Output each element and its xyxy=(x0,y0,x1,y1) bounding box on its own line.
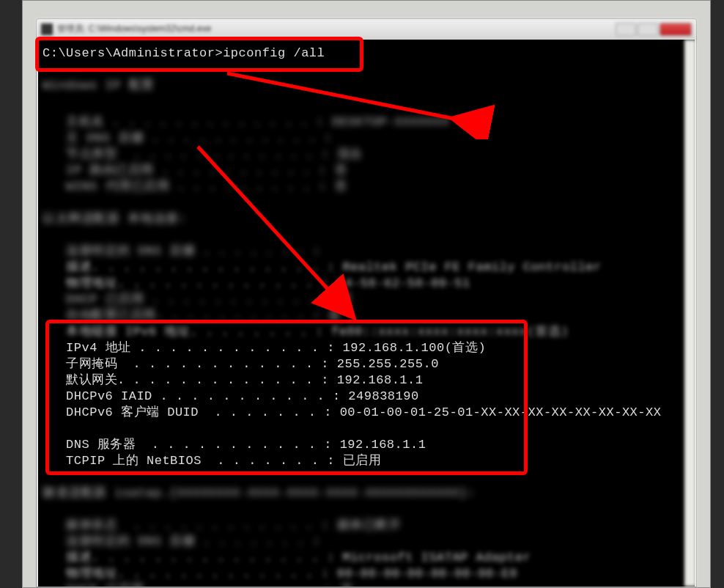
adapter-l3: 物理地址. . . . . . . . . . . . . : 14-58-62… xyxy=(43,276,690,292)
adapter-l6: 本地链接 IPv6 地址. . . . . . . . : fe80::xxxx… xyxy=(43,324,690,340)
blank-line xyxy=(43,469,690,485)
tunnel-l2: 连接特定的 DNS 后缀 . . . . . . . : xyxy=(43,534,690,550)
cmd-window: 管理员: C:\Windows\system32\cmd.exe C:\User… xyxy=(36,18,697,587)
blank-line xyxy=(43,501,690,518)
header-line: Windows IP 配置 xyxy=(43,78,690,94)
adapter-section: 连接特定的 DNS 后缀 . . . . . . . : 描述. . . . .… xyxy=(43,243,690,340)
close-button[interactable] xyxy=(660,23,692,36)
terminal-area[interactable]: C:\Users\Administrator>ipconfig /all Win… xyxy=(38,40,695,587)
dns-line: DNS 服务器 . . . . . . . . . . . : 192.168.… xyxy=(43,437,690,453)
dhcpv6-iaid-line: DHCPv6 IAID . . . . . . . . . . . : 2498… xyxy=(43,389,690,405)
prompt-line: C:\Users\Administrator>ipconfig /all xyxy=(43,45,690,62)
adapter-l5: 自动配置已启用. . . . . . . . . . : 是 xyxy=(43,308,690,324)
gateway-line: 默认网关. . . . . . . . . . . . . : 192.168.… xyxy=(43,372,690,389)
dhcpv6-duid-line: DHCPv6 客户端 DUID . . . . . . . : 00-01-00… xyxy=(43,405,690,421)
host-l3: 节点类型 . . . . . . . . . . . . : 混合 xyxy=(43,147,690,163)
adapter-l1: 连接特定的 DNS 后缀 . . . . . . . : xyxy=(43,243,690,260)
vertical-scrollbar[interactable] xyxy=(684,40,696,587)
ipv4-line: IPv4 地址 . . . . . . . . . . . . : 192.16… xyxy=(43,340,690,356)
window-buttons xyxy=(616,23,692,36)
tunnel-section: 媒体状态 . . . . . . . . . . . . : 媒体已断开 连接特… xyxy=(43,518,690,587)
minimize-button[interactable] xyxy=(616,23,636,36)
tunnel-l5: DHCP 已启用 . . . . . . . . . . . : 否 xyxy=(43,582,690,587)
window-titlebar: 管理员: C:\Windows\system32\cmd.exe xyxy=(37,19,696,40)
adapter-header: 以太网适配器 本地连接: xyxy=(43,211,690,227)
blank-line xyxy=(43,94,690,110)
maximize-button[interactable] xyxy=(638,23,658,36)
host-l4: IP 路由已启用 . . . . . . . . . . : 否 xyxy=(43,163,690,179)
blank-line xyxy=(43,62,690,78)
tunnel-header: 隧道适配器 isatap.{XXXXXXXX-XXXX-XXXX-XXXX-XX… xyxy=(43,485,690,501)
blank-line xyxy=(43,421,690,437)
host-section: 主机名 . . . . . . . . . . . . . : DESKTOP-… xyxy=(43,114,690,195)
netbios-line: TCPIP 上的 NetBIOS . . . . . . . : 已启用 xyxy=(43,453,690,469)
cmd-icon xyxy=(41,23,53,35)
host-l1: 主机名 . . . . . . . . . . . . . : DESKTOP-… xyxy=(43,114,690,131)
adapter-l2: 描述. . . . . . . . . . . . . . . : Realte… xyxy=(43,260,690,276)
subnet-line: 子网掩码 . . . . . . . . . . . . : 255.255.2… xyxy=(43,356,690,372)
blank-line xyxy=(43,227,690,243)
adapter-l4: DHCP 已启用 . . . . . . . . . . . : 是 xyxy=(43,292,690,308)
tunnel-l3: 描述. . . . . . . . . . . . . . . : Micros… xyxy=(43,550,690,566)
host-l2: 主 DNS 后缀 . . . . . . . . . . . : xyxy=(43,131,690,147)
outer-frame: 管理员: C:\Windows\system32\cmd.exe C:\User… xyxy=(22,0,711,588)
tunnel-l1: 媒体状态 . . . . . . . . . . . . : 媒体已断开 xyxy=(43,518,690,534)
host-l5: WINS 代理已启用 . . . . . . . . . : 否 xyxy=(43,179,690,195)
blank-line xyxy=(43,195,690,211)
network-info-section: IPv4 地址 . . . . . . . . . . . . : 192.16… xyxy=(43,340,690,469)
tunnel-l4: 物理地址. . . . . . . . . . . . . : 00-00-00… xyxy=(43,566,690,582)
window-title: 管理员: C:\Windows\system32\cmd.exe xyxy=(57,23,616,35)
